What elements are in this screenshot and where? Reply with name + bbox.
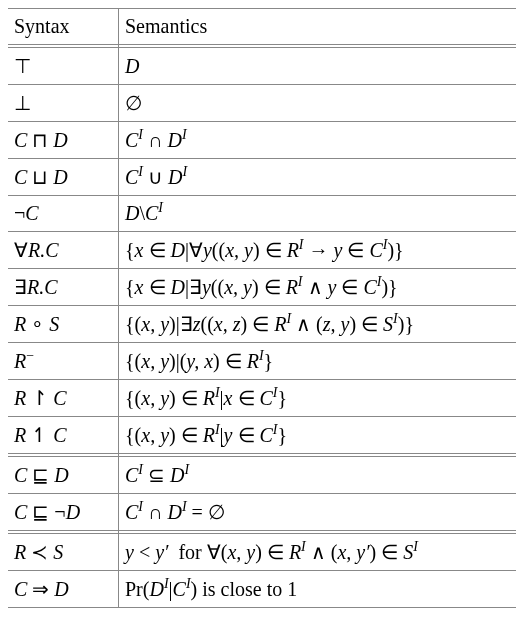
syntax-cell: R ↾ C (8, 380, 119, 417)
syntax-cell: R ≺ S (8, 534, 119, 571)
semantics-cell: {(x, y)|(y, x) ∈ RI} (119, 343, 517, 380)
table-body: ⊤D⊥∅C ⊓ DCI ∩ DIC ⊔ DCI ∪ DI¬CD\CI∀R.C{x… (8, 48, 516, 608)
syntax-cell: ¬C (8, 196, 119, 232)
semantics-cell: Pr(DI|CI) is close to 1 (119, 571, 517, 608)
semantics-cell: y < y′ for ∀(x, y) ∈ RI ∧ (x, y′) ∈ SI (119, 534, 517, 571)
table-row: R ↿ C{(x, y) ∈ RI|y ∈ CI} (8, 417, 516, 454)
table-row: C ⊑ ¬DCI ∩ DI = ∅ (8, 494, 516, 531)
semantics-cell: {x ∈ D|∃y((x, y) ∈ RI ∧ y ∈ CI)} (119, 269, 517, 306)
table-row: R ↾ C{(x, y) ∈ RI|x ∈ CI} (8, 380, 516, 417)
semantics-cell: CI ∪ DI (119, 159, 517, 196)
semantics-cell: {x ∈ D|∀y((x, y) ∈ RI → y ∈ CI)} (119, 232, 517, 269)
semantics-cell: CI ∩ DI (119, 122, 517, 159)
syntax-cell: C ⊑ D (8, 457, 119, 494)
syntax-cell: C ⊓ D (8, 122, 119, 159)
semantics-cell: CI ∩ DI = ∅ (119, 494, 517, 531)
table-row: R ∘ S{(x, y)|∃z((x, z) ∈ RI ∧ (z, y) ∈ S… (8, 306, 516, 343)
syntax-cell: ∀R.C (8, 232, 119, 269)
table-row: R ≺ Sy < y′ for ∀(x, y) ∈ RI ∧ (x, y′) ∈… (8, 534, 516, 571)
col-header-semantics: Semantics (119, 9, 517, 45)
table-row: ∀R.C{x ∈ D|∀y((x, y) ∈ RI → y ∈ CI)} (8, 232, 516, 269)
syntax-cell: R ↿ C (8, 417, 119, 454)
header-row: Syntax Semantics (8, 9, 516, 45)
semantics-cell: ∅ (119, 85, 517, 122)
table-row: C ⊓ DCI ∩ DI (8, 122, 516, 159)
table-row: C ⊔ DCI ∪ DI (8, 159, 516, 196)
semantics-table: Syntax Semantics ⊤D⊥∅C ⊓ DCI ∩ DIC ⊔ DCI… (8, 8, 516, 608)
semantics-cell: {(x, y) ∈ RI|y ∈ CI} (119, 417, 517, 454)
table-row: ⊤D (8, 48, 516, 85)
syntax-cell: ⊥ (8, 85, 119, 122)
semantics-cell: D\CI (119, 196, 517, 232)
syntax-cell: ⊤ (8, 48, 119, 85)
table-row: C ⇒ DPr(DI|CI) is close to 1 (8, 571, 516, 608)
syntax-cell: C ⊑ ¬D (8, 494, 119, 531)
semantics-cell: D (119, 48, 517, 85)
col-header-syntax: Syntax (8, 9, 119, 45)
semantics-cell: {(x, y) ∈ RI|x ∈ CI} (119, 380, 517, 417)
syntax-cell: R ∘ S (8, 306, 119, 343)
table-row: ∃R.C{x ∈ D|∃y((x, y) ∈ RI ∧ y ∈ CI)} (8, 269, 516, 306)
semantics-cell: {(x, y)|∃z((x, z) ∈ RI ∧ (z, y) ∈ SI)} (119, 306, 517, 343)
table-row: ¬CD\CI (8, 196, 516, 232)
syntax-cell: C ⇒ D (8, 571, 119, 608)
table-row: R−{(x, y)|(y, x) ∈ RI} (8, 343, 516, 380)
table-row: ⊥∅ (8, 85, 516, 122)
syntax-cell: ∃R.C (8, 269, 119, 306)
syntax-cell: R− (8, 343, 119, 380)
semantics-cell: CI ⊆ DI (119, 457, 517, 494)
table-row: C ⊑ DCI ⊆ DI (8, 457, 516, 494)
syntax-cell: C ⊔ D (8, 159, 119, 196)
